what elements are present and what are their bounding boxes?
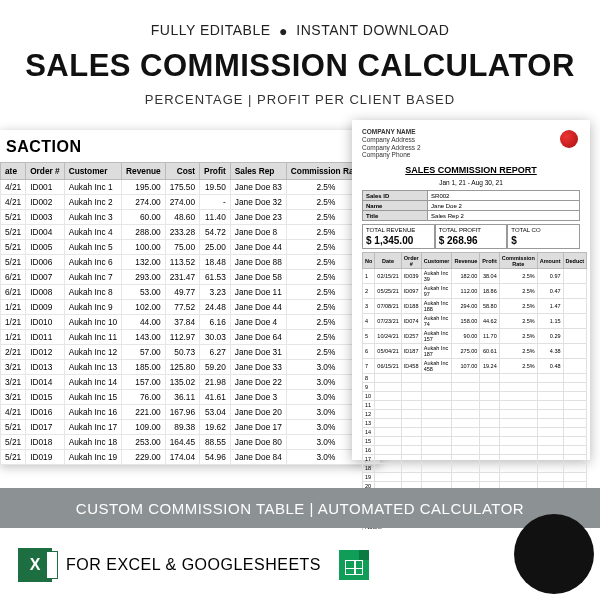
report-meta-table: Sales IDSR002NameJane Doe 2TitleSales Re… [362,190,580,221]
subtitle: PERCENTAGE | PROFIT PER CLIENT BASED [0,92,600,107]
excel-x: X [30,556,41,574]
transaction-heading: SACTION [0,130,380,162]
company-logo-icon [560,130,578,148]
totals-row: TOTAL REVENUE$ 1,345.00TOTAL PROFIT$ 268… [362,224,580,249]
footer-text: FOR EXCEL & GOOGLESHEETS [66,556,321,574]
report-period: Jan 1, 21 - Aug 30, 21 [362,179,580,186]
bullet-icon: ● [279,23,288,39]
report-sheet: COMPANY NAMECompany AddressCompany Addre… [352,120,590,460]
transaction-table: ateOrder #CustomerRevenueCostProfitSales… [0,162,380,465]
feature-band: CUSTOM COMMISSION TABLE | AUTOMATED CALC… [0,488,600,528]
company-block: COMPANY NAMECompany AddressCompany Addre… [362,128,580,159]
report-title: SALES COMMISSION REPORT [362,165,580,175]
top-tagline: FULLY EDITABLE ● INSTANT DOWNLOAD [0,22,600,39]
excel-icon: X [18,548,52,582]
editable-label: FULLY EDITABLE [151,22,271,38]
googlesheets-icon [339,550,369,580]
download-label: INSTANT DOWNLOAD [296,22,449,38]
transaction-sheet: SACTION ateOrder #CustomerRevenueCostPro… [0,130,380,465]
corner-badge-icon [514,514,594,594]
main-title: SALES COMMISSION CALCULATOR [0,48,600,84]
report-table: NoDateOrder #CustomerRevenueProfitCommis… [362,252,587,518]
footer: X FOR EXCEL & GOOGLESHEETS [0,530,600,600]
